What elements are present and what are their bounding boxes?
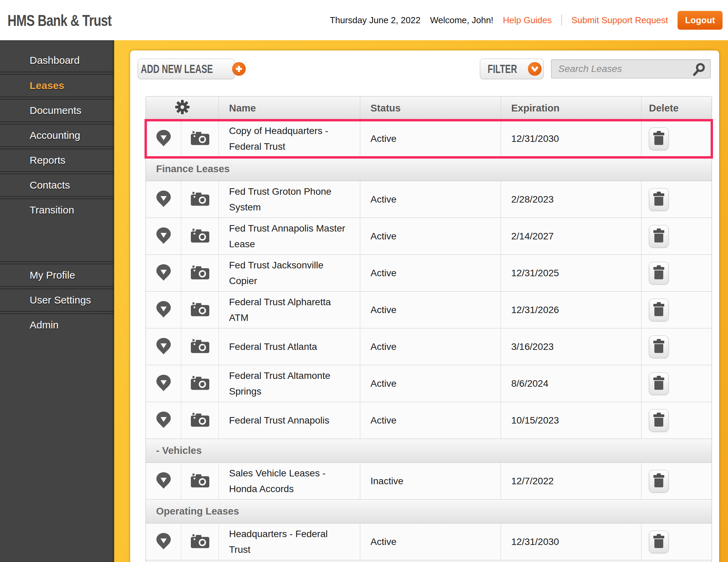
trash-icon <box>653 302 665 317</box>
delete-lease-button[interactable] <box>649 372 669 395</box>
delete-cell <box>641 463 712 499</box>
submit-support-request-link[interactable]: Submit Support Request <box>572 15 668 26</box>
sidebar-item-label: Contacts <box>30 179 70 191</box>
sidebar-primary-nav: Dashboard Leases Documents Accounting Re… <box>0 40 114 221</box>
delete-lease-button[interactable] <box>649 336 669 358</box>
photo-button[interactable] <box>181 181 219 218</box>
trash-icon <box>653 339 665 354</box>
search-input[interactable] <box>551 59 711 78</box>
trash-icon <box>653 376 665 391</box>
welcome-message: Welcome, John! <box>430 15 494 26</box>
delete-lease-button[interactable] <box>649 225 669 248</box>
sidebar-item-label: Leases <box>30 80 64 91</box>
status-column-header: Status <box>360 97 501 120</box>
expand-row-button[interactable] <box>146 292 181 328</box>
expand-row-button[interactable] <box>146 255 181 291</box>
photo-button[interactable] <box>181 523 219 560</box>
gear-icon[interactable] <box>175 99 190 117</box>
photo-button[interactable] <box>181 328 219 365</box>
photo-button[interactable] <box>181 255 219 291</box>
delete-lease-button[interactable] <box>649 470 669 492</box>
photo-button[interactable] <box>181 463 219 499</box>
table-row: Headquarters - Federal Trust Active 12/3… <box>146 523 712 560</box>
down-arrow-icon <box>156 472 171 490</box>
camera-icon <box>190 191 210 208</box>
expand-row-button[interactable] <box>146 365 181 402</box>
search-wrap <box>551 59 711 78</box>
delete-lease-button[interactable] <box>649 128 669 150</box>
sidebar-item-label: My Profile <box>30 269 75 281</box>
delete-cell <box>641 120 712 157</box>
photo-button[interactable] <box>181 218 219 254</box>
camera-icon <box>190 130 210 148</box>
delete-lease-button[interactable] <box>649 262 669 284</box>
table-row: Federal Trust Annapolis Active 10/15/202… <box>146 402 712 439</box>
trash-icon <box>653 413 665 428</box>
trash-icon <box>653 534 665 549</box>
camera-icon <box>190 264 210 282</box>
table-row: Sales Vehicle Leases - Honda Accords Ina… <box>146 463 712 500</box>
down-arrow-icon <box>156 338 171 356</box>
table-row: Federal Trust Atlanta Active 3/16/2023 <box>146 328 712 365</box>
help-guides-link[interactable]: Help Guides <box>503 15 552 26</box>
section-header-row: Operating Leases <box>146 500 712 523</box>
expand-row-button[interactable] <box>146 120 181 157</box>
expand-row-button[interactable] <box>146 463 181 499</box>
filter-button[interactable]: FILTER <box>480 59 544 79</box>
sidebar-item-reports[interactable]: Reports <box>0 149 114 171</box>
section-header-row: - Vehicles <box>146 439 712 463</box>
sidebar-item-dashboard[interactable]: Dashboard <box>0 49 114 72</box>
expand-row-button[interactable] <box>146 328 181 365</box>
expand-row-button[interactable] <box>146 402 181 439</box>
delete-lease-button[interactable] <box>649 409 669 432</box>
sidebar-item-admin[interactable]: Admin <box>0 313 114 336</box>
add-new-lease-button[interactable]: ADD NEW LEASE <box>138 59 235 79</box>
delete-cell <box>641 181 712 218</box>
delete-cell <box>641 292 712 328</box>
sidebar-item-transition[interactable]: Transition <box>0 198 114 221</box>
trash-icon <box>653 192 665 207</box>
lease-name: Fed Trust Annapolis Master Lease <box>219 218 360 254</box>
down-arrow-icon <box>156 264 171 282</box>
camera-icon <box>190 472 210 490</box>
expand-row-button[interactable] <box>146 523 181 560</box>
sidebar-item-user-settings[interactable]: User Settings <box>0 289 114 311</box>
photo-button[interactable] <box>181 365 219 402</box>
down-arrow-icon <box>156 227 171 246</box>
expand-row-button[interactable] <box>146 181 181 218</box>
top-header: HMS Bank & Trust Thursday June 2, 2022 W… <box>0 0 728 40</box>
lease-status: Active <box>360 402 501 439</box>
trash-icon <box>653 228 665 244</box>
photo-button[interactable] <box>181 120 219 157</box>
delete-cell <box>641 402 712 439</box>
delete-lease-button[interactable] <box>649 531 669 553</box>
lease-expiration: 3/16/2023 <box>501 328 641 365</box>
photo-button[interactable] <box>181 402 219 439</box>
delete-lease-button[interactable] <box>649 188 669 211</box>
sidebar-item-my-profile[interactable]: My Profile <box>0 264 114 286</box>
trash-icon <box>653 131 665 146</box>
sidebar-item-contacts[interactable]: Contacts <box>0 174 114 196</box>
camera-icon <box>190 533 210 551</box>
filter-label: FILTER <box>487 62 517 76</box>
camera-icon <box>190 412 210 429</box>
logout-button[interactable]: Logout <box>678 11 723 30</box>
name-column-header: Name <box>219 97 360 120</box>
search-icon[interactable] <box>692 62 706 78</box>
section-label: - Vehicles <box>156 445 202 456</box>
lease-expiration: 8/6/2024 <box>501 365 641 402</box>
sidebar-item-accounting[interactable]: Accounting <box>0 124 114 146</box>
sidebar: Dashboard Leases Documents Accounting Re… <box>0 40 114 562</box>
expand-row-button[interactable] <box>146 218 181 254</box>
chevron-down-circle-icon <box>528 62 542 76</box>
settings-column-header[interactable] <box>146 97 219 120</box>
delete-lease-button[interactable] <box>649 299 669 321</box>
photo-button[interactable] <box>181 292 219 328</box>
down-arrow-icon <box>156 301 171 319</box>
lease-name: Headquarters - Federal Trust <box>219 523 360 560</box>
sidebar-item-leases[interactable]: Leases <box>0 74 114 97</box>
trash-icon <box>653 473 665 489</box>
sidebar-item-documents[interactable]: Documents <box>0 99 114 121</box>
section-label: Operating Leases <box>156 506 239 517</box>
delete-cell <box>641 365 712 402</box>
